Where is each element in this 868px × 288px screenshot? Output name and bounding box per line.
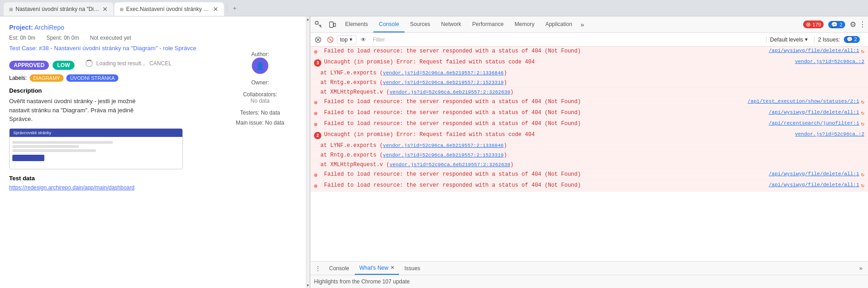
meta-side-panel: Author: 👤 Owner: Collaborators: No data … bbox=[224, 51, 297, 126]
console-entry-1: ⊗ Failed to load resource: the server re… bbox=[310, 47, 868, 58]
screenshot-row-2 bbox=[12, 145, 79, 148]
svg-rect-2 bbox=[334, 23, 335, 26]
error-icon-5: ⊗ bbox=[314, 121, 321, 128]
message-count-badge: 💬 2 bbox=[828, 21, 845, 28]
entry-text-3: Failed to load resource: the server resp… bbox=[324, 99, 748, 105]
tab-elements[interactable]: Elements bbox=[340, 16, 373, 32]
reload-icon-4: ↻ bbox=[861, 110, 864, 116]
label-diagramy: DIAGRAMY bbox=[30, 74, 64, 82]
tab-performance[interactable]: Performance bbox=[467, 16, 509, 32]
entry-link-4[interactable]: /api/wysiwyg/file/delete/all:1 bbox=[769, 110, 859, 115]
screenshot-preview: Správcovské stránky bbox=[9, 128, 183, 169]
tab-network[interactable]: Network bbox=[436, 16, 467, 32]
console-entry-8: ⊗ Failed to load resource: the server re… bbox=[310, 181, 868, 192]
screenshot-footer bbox=[12, 155, 180, 161]
more-tabs-button[interactable]: » bbox=[578, 21, 587, 28]
tab-sources[interactable]: Sources bbox=[405, 16, 436, 32]
collaborators-label: Collaborators: bbox=[224, 91, 297, 98]
filter-input[interactable] bbox=[370, 36, 764, 44]
entry-text-4: Failed to load resource: the server resp… bbox=[324, 110, 769, 116]
entry-link-5[interactable]: /api/recentsearch/junofilter:1 bbox=[769, 120, 859, 126]
tab-close-2[interactable]: ✕ bbox=[213, 5, 218, 13]
console-entry-2-sub2: at Rntg.e.exports (vendor.js?id=52c96ca…… bbox=[310, 78, 868, 88]
more-options-icon[interactable]: ⋮ bbox=[859, 20, 866, 29]
error-icon-1: ⊗ bbox=[314, 48, 321, 56]
owner-section: Owner: bbox=[224, 79, 297, 86]
tab-favicon-2: ⊞ bbox=[120, 7, 123, 12]
browser-tab-1[interactable]: ⊞ Nastavení úvodní stránky na "Diagram" … bbox=[4, 2, 113, 16]
eye-icon[interactable]: 👁 bbox=[358, 35, 368, 45]
tab-separator bbox=[227, 4, 227, 13]
console-entry-6-sub3: at XMLHttpRequest.v (vendor.js?id=52c96c… bbox=[310, 160, 868, 170]
loading-spinner bbox=[85, 60, 93, 67]
console-entry-2-sub3: at XMLHttpRequest.v (vendor.js?id=52c96c… bbox=[310, 88, 868, 97]
reload-icon-3: ↻ bbox=[861, 99, 864, 105]
tab-close-1[interactable]: ✕ bbox=[102, 5, 108, 13]
error-icon-7: ⊗ bbox=[314, 172, 321, 179]
entry-link-8[interactable]: /api/wysiwyg/file/delete/all:1 bbox=[769, 182, 859, 188]
new-tab-button[interactable]: ＋ bbox=[229, 3, 240, 14]
settings-icon[interactable]: ⚙ bbox=[850, 20, 856, 29]
entry-link-2[interactable]: vendor.js?id=52c96ca…:2 bbox=[795, 59, 864, 64]
reload-icon-5: ↻ bbox=[861, 120, 864, 127]
test-case-title[interactable]: Test Case: #38 - Nastavení úvodní stránk… bbox=[9, 45, 297, 52]
reload-icon-8: ↻ bbox=[861, 182, 864, 189]
bottom-tab-issues[interactable]: Issues bbox=[400, 262, 425, 275]
inspect-element-icon[interactable] bbox=[312, 18, 325, 31]
device-toggle-icon[interactable] bbox=[326, 18, 339, 31]
entry-text-6: Uncaught (in promise) Error: Request fai… bbox=[324, 131, 795, 138]
screenshot-header: Správcovské stránky bbox=[10, 129, 182, 137]
entry-link-6c[interactable]: vendor.js?id=52c96ca…6eb219557:2:3262638 bbox=[389, 162, 510, 168]
spent-field: Spent: 0h 0m bbox=[46, 35, 79, 41]
collaborators-value: No data bbox=[224, 98, 297, 104]
test-data-title: Test data bbox=[9, 175, 297, 182]
tab-memory[interactable]: Memory bbox=[509, 16, 540, 32]
bottom-tab-whats-new[interactable]: What's New ✕ bbox=[355, 262, 399, 275]
tab-application[interactable]: Application bbox=[540, 16, 578, 32]
filter-icon[interactable]: 🚫 bbox=[325, 35, 335, 45]
badge-low: LOW bbox=[53, 61, 75, 70]
console-entry-2-sub1: at LYNF.e.exports (vendor.js?id=52c96ca…… bbox=[310, 68, 868, 78]
left-panel-inner: Project: ArchiRepo Est: 0h 0m Spent: 0h … bbox=[9, 24, 297, 191]
entry-link-2b[interactable]: vendor.js?id=52c96ca…6eb219557:2:1523319 bbox=[383, 80, 504, 85]
main-issue-value: Main issue: No data bbox=[224, 120, 297, 126]
entry-link-2c[interactable]: vendor.js?id=52c96ca…6eb219557:2:3262638 bbox=[389, 89, 510, 95]
default-levels-button[interactable]: Default levels ▼ bbox=[766, 37, 812, 43]
entry-link-6[interactable]: vendor.js?id=52c96ca…:2 bbox=[795, 131, 864, 137]
devtools-console-bar: 🚫 top ▼ 👁 Default levels ▼ 2 Issues: 💬 2 bbox=[310, 33, 868, 47]
bottom-tab-whats-new-close[interactable]: ✕ bbox=[390, 265, 394, 271]
count-badge-2: 3 bbox=[314, 59, 321, 67]
svg-rect-0 bbox=[315, 21, 318, 24]
devtools-scrollbar: ▲ ▼ bbox=[306, 16, 310, 288]
top-context-dropdown[interactable]: top ▼ bbox=[337, 35, 357, 44]
tab-console[interactable]: Console bbox=[373, 16, 405, 32]
browser-tab-2[interactable]: ⊞ Exec.Nastavení úvodní stránky na "Diag… bbox=[114, 2, 224, 16]
issues-count-badge[interactable]: 2 Issues: 💬 2 bbox=[814, 36, 865, 43]
entry-link-6a[interactable]: vendor.js?id=52c96ca…6eb219557:2:1336846 bbox=[383, 143, 504, 148]
bottom-tab-console[interactable]: Console bbox=[325, 262, 354, 275]
screenshot-body bbox=[10, 137, 182, 169]
entry-link-7[interactable]: /api/wysiwyg/file/delete/all:1 bbox=[769, 171, 859, 177]
tab-favicon-1: ⊞ bbox=[9, 7, 13, 12]
test-data-section: Test data https://redesign.archirepo.dai… bbox=[9, 175, 297, 191]
tab-title-2: Exec.Nastavení úvodní stránky na "Diagr.… bbox=[126, 6, 210, 12]
test-data-link[interactable]: https://redesign.archirepo.dain/app/main… bbox=[9, 184, 297, 191]
entry-link-1[interactable]: /api/wysiwyg/file/delete/all:1 bbox=[769, 48, 859, 53]
console-entry-6-sub1: at LYNF.e.exports (vendor.js?id=52c96ca…… bbox=[310, 141, 868, 151]
collaborators-section: Collaborators: No data bbox=[224, 91, 297, 104]
highlight-bar: Highlights from the Chrome 107 update bbox=[310, 275, 868, 288]
bottom-dots-icon[interactable]: ⋮ bbox=[312, 265, 324, 272]
scroll-down-arrow[interactable]: ▼ bbox=[306, 283, 309, 288]
label-uvodni-stranka: ÚVODNÍ STRÁNKA bbox=[66, 74, 118, 82]
entry-link-6b[interactable]: vendor.js?id=52c96ca…6eb219557:2:1523319 bbox=[383, 152, 504, 158]
clear-console-icon[interactable] bbox=[313, 35, 323, 45]
scroll-up-arrow[interactable]: ▲ bbox=[306, 16, 309, 22]
project-name[interactable]: ArchiRepo bbox=[34, 24, 64, 31]
scroll-track bbox=[306, 22, 309, 283]
bottom-more-icon[interactable]: » bbox=[856, 265, 866, 272]
console-entry-6-sub2: at Rntg.e.exports (vendor.js?id=52c96ca…… bbox=[310, 151, 868, 160]
entry-link-2a[interactable]: vendor.js?id=52c96ca…6eb219557:2:1336846 bbox=[383, 70, 504, 76]
entry-link-3[interactable]: /api/test_execution/show/statuses/2:1 bbox=[748, 99, 859, 104]
author-avatar: 👤 bbox=[252, 58, 268, 74]
cancel-button[interactable]: CANCEL bbox=[149, 60, 172, 67]
